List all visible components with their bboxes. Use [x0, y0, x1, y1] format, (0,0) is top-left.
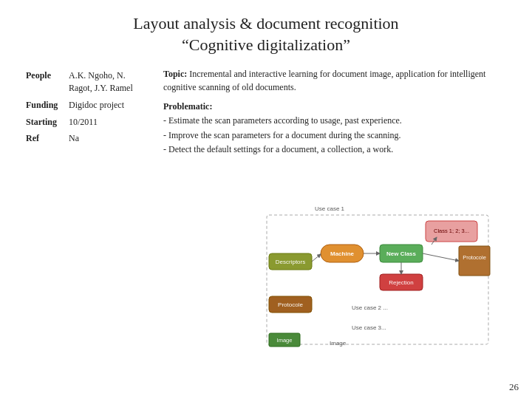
svg-text:Use case 3...: Use case 3... — [352, 324, 386, 331]
table-row: FundingDigidoc project — [22, 97, 151, 114]
svg-line-21 — [312, 254, 321, 262]
table-label: Ref — [22, 130, 65, 147]
slide: Layout analysis & document recognition “… — [0, 0, 532, 399]
topic-block: Topic: Incremental and interactive learn… — [163, 67, 510, 94]
svg-text:New Class: New Class — [386, 250, 416, 257]
svg-text:Class 1; 2; 3...: Class 1; 2; 3... — [434, 228, 469, 234]
problematic-block: Problematic: - Estimate the scan paramet… — [163, 100, 510, 157]
table-row: Starting10/2011 — [22, 114, 151, 131]
problematic-title: Problematic: — [163, 101, 212, 112]
table-value: A.K. Ngoho, N. Ragot, J.Y. Ramel — [65, 67, 151, 97]
svg-text:Descriptors: Descriptors — [275, 259, 304, 265]
svg-text:Image: Image — [276, 337, 292, 344]
page-number: 26 — [509, 381, 519, 393]
table-label: Starting — [22, 114, 65, 131]
table-value: 10/2011 — [65, 114, 151, 131]
svg-text:Use case 2 ...: Use case 2 ... — [352, 304, 388, 311]
svg-text:Rejection: Rejection — [389, 279, 413, 286]
topic-label: Topic: — [163, 69, 187, 79]
right-panel: Topic: Incremental and interactive learn… — [163, 67, 510, 392]
svg-text:Use case 1: Use case 1 — [315, 205, 345, 212]
svg-text:Protocole: Protocole — [463, 254, 486, 261]
table-label: People — [22, 67, 65, 97]
title-line2: “Cognitive digitalization” — [22, 35, 510, 56]
table-label: Funding — [22, 97, 65, 114]
table-value: Na — [65, 130, 151, 147]
svg-text:Protocole: Protocole — [278, 301, 303, 308]
svg-line-25 — [423, 253, 459, 261]
problematic-item-1: - Estimate the scan parameters according… — [163, 115, 402, 126]
problematic-item-2: - Improve the scan parameters for a docu… — [163, 130, 401, 140]
content-area: PeopleA.K. Ngoho, N. Ragot, J.Y. RamelFu… — [22, 67, 510, 392]
table-row: PeopleA.K. Ngoho, N. Ragot, J.Y. Ramel — [22, 67, 151, 97]
problematic-item-3: - Detect the default settings for a docu… — [163, 144, 393, 154]
topic-text: Incremental and interactive learning for… — [163, 69, 485, 92]
table-value: Digidoc project — [65, 97, 151, 114]
svg-text:Image: Image — [330, 340, 347, 347]
table-row: RefNa — [22, 130, 151, 147]
svg-text:Machine: Machine — [330, 250, 354, 257]
title-line1: Layout analysis & document recognition — [22, 13, 510, 35]
diagram-svg: Use case 1 Use case 2 ... Use case 3... … — [182, 200, 492, 355]
left-panel: PeopleA.K. Ngoho, N. Ragot, J.Y. RamelFu… — [22, 67, 151, 392]
info-table: PeopleA.K. Ngoho, N. Ragot, J.Y. RamelFu… — [22, 67, 151, 147]
svg-rect-19 — [459, 246, 490, 276]
title-block: Layout analysis & document recognition “… — [22, 13, 510, 55]
diagram-area: Use case 1 Use case 2 ... Use case 3... … — [163, 164, 510, 392]
